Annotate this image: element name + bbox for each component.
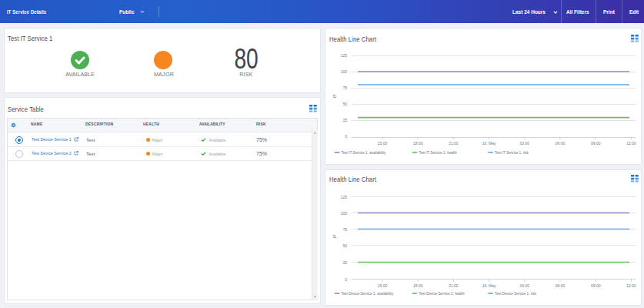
svg-text:Test IT Service 1: risk: Test IT Service 1: risk [495, 151, 529, 155]
svg-text:125: 125 [341, 53, 348, 58]
svg-text:0: 0 [345, 134, 347, 139]
svg-text:75: 75 [342, 227, 347, 232]
svg-text:09:00: 09:00 [591, 141, 601, 146]
svg-text:03:00: 03:00 [520, 141, 530, 146]
svg-text:Test IT Service 1: health: Test IT Service 1: health [419, 151, 458, 155]
svg-text:15:00: 15:00 [378, 141, 388, 146]
svg-text:21:00: 21:00 [449, 141, 459, 146]
svg-text:18:00: 18:00 [413, 141, 423, 146]
svg-text:Test Device Service 1: availab: Test Device Service 1: availability [342, 292, 395, 296]
svg-text:09:00: 09:00 [591, 283, 601, 288]
svg-text:Test Device Service 1: health: Test Device Service 1: health [419, 292, 465, 296]
svg-text:100: 100 [341, 69, 348, 74]
svg-text:pt: pt [332, 94, 336, 98]
svg-text:25: 25 [342, 260, 347, 265]
svg-text:Test Device Service 1: risk: Test Device Service 1: risk [495, 292, 537, 296]
svg-text:100: 100 [341, 211, 348, 216]
svg-text:25: 25 [342, 118, 347, 122]
svg-text:21:00: 21:00 [449, 283, 459, 288]
svg-text:pt: pt [332, 234, 336, 238]
svg-text:12:00: 12:00 [626, 283, 636, 288]
svg-text:75: 75 [342, 85, 347, 90]
svg-text:50: 50 [342, 243, 347, 248]
svg-text:16. May: 16. May [482, 283, 496, 288]
svg-text:12:00: 12:00 [626, 141, 636, 146]
svg-text:18:00: 18:00 [413, 283, 423, 288]
svg-text:06:00: 06:00 [556, 141, 566, 146]
svg-text:0: 0 [345, 277, 347, 282]
svg-text:125: 125 [341, 195, 348, 199]
svg-text:Test IT Service 1: availabilit: Test IT Service 1: availability [342, 151, 387, 155]
svg-text:03:00: 03:00 [520, 283, 530, 288]
svg-text:06:00: 06:00 [556, 283, 566, 288]
svg-text:15:00: 15:00 [378, 283, 388, 288]
svg-text:50: 50 [342, 102, 347, 106]
svg-text:16. May: 16. May [482, 141, 496, 146]
